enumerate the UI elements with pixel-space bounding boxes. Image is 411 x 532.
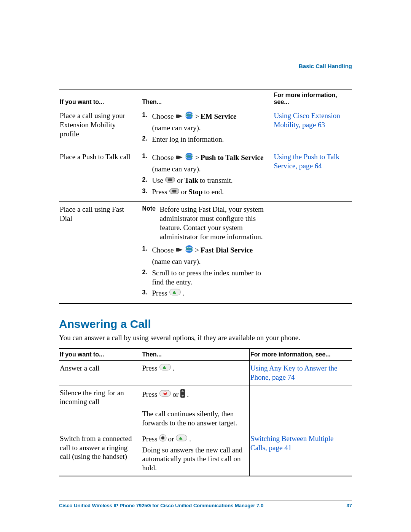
step-text: Press — [152, 187, 167, 197]
step-text-bold: Stop — [188, 187, 202, 197]
step-text-bold: EM Service — [201, 112, 236, 121]
step-text: The call continues silently, then forwar… — [142, 409, 245, 428]
section-title: Answering a Call — [59, 318, 352, 331]
cell-link: Using the Push to Talk Service, page 64 — [273, 149, 352, 202]
step-text: Use — [152, 176, 163, 185]
step-number: 2. — [142, 135, 152, 142]
note-label: Note — [142, 205, 158, 212]
col-header: Then... — [138, 348, 250, 361]
step-text: (name can vary). — [152, 165, 201, 174]
step-number: 1. — [142, 111, 152, 119]
cross-ref-link[interactable]: Using Cisco Extension Mobility, page 63 — [274, 112, 340, 129]
table-row: Answer a call Press . Using Any Key to A… — [59, 361, 352, 385]
step-text: Scroll to or press the index number to f… — [152, 268, 269, 287]
col-header: If you want to... — [59, 89, 138, 108]
step-text-bold: Talk — [185, 176, 198, 185]
step-text: Press — [142, 435, 157, 444]
page-footer: Cisco Unified Wireless IP Phone 7925G fo… — [59, 500, 352, 508]
step-text-bold: Push to Talk Service — [201, 153, 263, 162]
col-header: For more information, see... — [273, 89, 352, 108]
footer-title: Cisco Unified Wireless IP Phone 7925G fo… — [59, 503, 263, 508]
table-row: Silence the ring for an incoming call Pr… — [59, 385, 352, 431]
cell-task: Place a call using your Extension Mobili… — [59, 108, 138, 149]
section-header: Basic Call Handling — [59, 63, 352, 72]
table-row: Place a call using your Extension Mobili… — [59, 108, 352, 149]
step-text: to end. — [204, 187, 224, 197]
step-text: or — [181, 187, 187, 197]
cell-link — [249, 385, 352, 431]
step-text: to transmit. — [200, 176, 233, 185]
cell-link: Using Cisco Extension Mobility, page 63 — [273, 108, 352, 149]
step-number: 2. — [142, 268, 152, 276]
table-answering: If you want to... Then... For more infor… — [59, 348, 352, 476]
cell-link — [273, 202, 352, 304]
cross-ref-link[interactable]: Using the Push to Talk Service, page 64 — [274, 153, 340, 170]
step-text: . — [173, 364, 175, 373]
speaker-icon — [175, 153, 183, 162]
cross-ref-link[interactable]: Switching Between Multiple Calls, page 4… — [250, 435, 333, 452]
page-number: 37 — [347, 503, 352, 508]
step-text: Press — [142, 364, 157, 373]
step-text: . — [189, 435, 191, 444]
cell-then: Note Before using Fast Dial, your system… — [138, 202, 273, 304]
step-text: or — [177, 176, 183, 185]
side-button-icon — [165, 176, 175, 185]
step-text: . — [187, 390, 189, 399]
step-text: or — [173, 390, 179, 399]
step-text: Choose — [152, 112, 174, 121]
table-row: Place a call using Fast Dial Note Before… — [59, 202, 352, 304]
step-text: Press — [142, 390, 157, 399]
volume-down-icon — [180, 388, 185, 401]
globe-icon — [185, 245, 193, 256]
cell-then: Press or . Doing so answers the new call… — [138, 431, 250, 476]
cell-task: Place a call using Fast Dial — [59, 202, 138, 304]
side-button-icon — [169, 187, 180, 197]
cell-link: Switching Between Multiple Calls, page 4… — [249, 431, 352, 476]
col-header: For more information, see... — [249, 348, 352, 361]
end-call-icon — [159, 390, 171, 399]
globe-icon — [185, 152, 193, 163]
globe-icon — [185, 111, 193, 122]
cell-then: 1. Choose > Push to Talk Service (name c… — [138, 149, 273, 202]
step-text: . — [183, 289, 185, 298]
step-text: Press — [152, 289, 167, 298]
select-button-icon — [159, 434, 167, 444]
col-header: Then... — [138, 89, 273, 108]
step-number: 3. — [142, 289, 152, 296]
table-row: Switch from a connected call to answer a… — [59, 431, 352, 476]
cell-task: Answer a call — [59, 361, 138, 385]
step-text: Doing so answers the new call and automa… — [142, 446, 245, 473]
call-button-icon — [175, 435, 188, 444]
step-text: Choose — [152, 153, 174, 162]
table-call-tasks: If you want to... Then... For more infor… — [59, 89, 352, 304]
step-text: > — [195, 112, 199, 121]
cell-link: Using Any Key to Answer the Phone, page … — [249, 361, 352, 385]
call-button-icon — [169, 289, 181, 298]
cell-task: Place a Push to Talk call — [59, 149, 138, 202]
cell-then: Press or . The call continues silently, … — [138, 385, 250, 431]
section-intro: You can answer a call by using several o… — [59, 334, 352, 342]
step-text: or — [168, 435, 174, 444]
step-text: > — [195, 153, 199, 162]
table-row: Place a Push to Talk call 1. Choose > Pu… — [59, 149, 352, 202]
note-text: Before using Fast Dial, your system admi… — [158, 205, 269, 241]
cell-then: 1. Choose > EM Service (name can vary). … — [138, 108, 273, 149]
col-header: If you want to... — [59, 348, 138, 361]
step-number: 2. — [142, 176, 152, 184]
speaker-icon — [175, 246, 183, 255]
speaker-icon — [175, 112, 183, 121]
cell-then: Press . — [138, 361, 250, 385]
step-number: 3. — [142, 187, 152, 195]
cell-task: Switch from a connected call to answer a… — [59, 431, 138, 476]
step-text: Choose — [152, 246, 174, 255]
cell-task: Silence the ring for an incoming call — [59, 385, 138, 431]
step-text: (name can vary). — [152, 123, 201, 133]
step-text: Enter log in information. — [152, 135, 269, 144]
step-text: > — [195, 246, 199, 255]
step-number: 1. — [142, 245, 152, 252]
step-text-bold: Fast Dial Service — [201, 246, 253, 255]
step-text: (name can vary). — [152, 257, 201, 266]
step-number: 1. — [142, 152, 152, 160]
call-button-icon — [159, 364, 171, 373]
cross-ref-link[interactable]: Using Any Key to Answer the Phone, page … — [250, 364, 338, 381]
